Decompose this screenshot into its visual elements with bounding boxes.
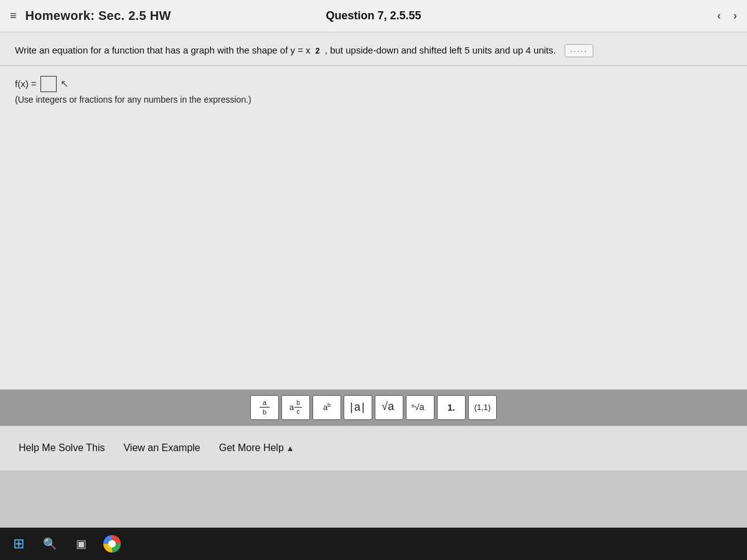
bottom-bar: Help Me Solve This View an Example Get M… [0,426,747,470]
mixed-number-icon: a b c [289,399,302,415]
nth-root-svg: ⁿ√a [411,398,429,415]
nav-arrows: ‹ › [717,9,737,22]
prev-arrow[interactable]: ‹ [717,9,721,22]
sqrt-icon: √a [380,398,398,417]
mixed-number-button[interactable]: a b c [281,395,310,420]
sqrt-button[interactable]: √a [375,395,403,420]
task-view-icon: ▣ [76,537,87,551]
fraction-icon: a b [260,399,270,416]
view-example-link[interactable]: View an Example [123,442,200,454]
absolute-value-icon: |a| [350,401,365,414]
task-view-button[interactable]: ▣ [67,530,95,558]
nth-root-button[interactable]: ⁿ√a [406,395,435,420]
windows-icon: ⊞ [13,536,24,552]
answer-section: f(x) = ↖ (Use integers or fractions for … [0,66,747,390]
help-me-solve-link[interactable]: Help Me Solve This [19,442,105,454]
homework-title: Homework: Sec. 2.5 HW [26,9,171,23]
svg-text:ⁿ√a: ⁿ√a [411,402,425,412]
menu-icon[interactable]: ≡ [10,9,17,22]
decimal-icon: 1. [448,402,456,413]
get-more-help-button[interactable]: Get More Help ▲ [219,442,294,454]
chrome-button[interactable] [98,530,126,558]
question-text: Write an equation for a function that ha… [15,44,732,58]
question-superscript: 2 [316,45,320,57]
interval-button[interactable]: (1,1) [468,395,497,420]
dots-button[interactable]: ····· [565,44,593,57]
windows-start-button[interactable]: ⊞ [5,530,32,558]
chrome-inner-circle [108,540,116,548]
decimal-button[interactable]: 1. [437,395,466,420]
question-area: Write an equation for a function that ha… [0,32,747,66]
next-arrow[interactable]: › [733,9,737,22]
superscript-button[interactable]: ab [312,395,341,420]
answer-label: f(x) = [15,78,37,89]
fraction-button[interactable]: a b [250,395,279,420]
cursor-icon: ↖ [60,78,68,90]
search-button[interactable]: 🔍 [36,530,63,558]
top-bar: ≡ Homework: Sec. 2.5 HW Question 7, 2.5.… [0,0,747,32]
answer-input-box[interactable] [40,76,57,92]
get-more-help-label: Get More Help [219,442,284,454]
absolute-value-button[interactable]: |a| [344,395,372,420]
nth-root-icon: ⁿ√a [411,398,429,417]
svg-text:√a: √a [382,400,395,413]
math-toolbar: a b a b c ab |a| √a [0,390,747,426]
question-label: Question 7, 2.5.55 [326,9,421,22]
search-icon: 🔍 [43,537,57,551]
answer-note: (Use integers or fractions for any numbe… [15,95,732,105]
answer-row: f(x) = ↖ [15,76,732,92]
sqrt-svg: √a [380,398,398,415]
interval-icon: (1,1) [474,403,491,412]
chevron-up-icon: ▲ [286,444,294,453]
question-text-before: Write an equation for a function that ha… [15,44,311,58]
superscript-icon: ab [323,402,331,412]
question-text-after: , but upside-down and shifted left 5 uni… [325,44,556,58]
taskbar: ⊞ 🔍 ▣ [0,528,747,560]
chrome-icon [103,535,121,553]
